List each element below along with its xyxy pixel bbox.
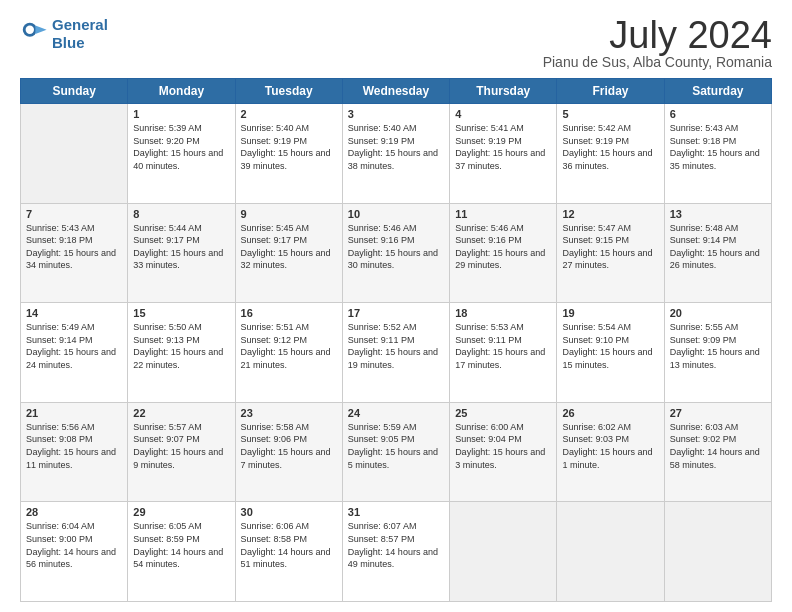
day-number: 14 <box>26 307 122 319</box>
cell-details: Sunrise: 5:46 AMSunset: 9:16 PMDaylight:… <box>348 222 444 272</box>
cell-details: Sunrise: 5:57 AMSunset: 9:07 PMDaylight:… <box>133 421 229 471</box>
day-number: 21 <box>26 407 122 419</box>
cell-details: Sunrise: 5:40 AMSunset: 9:19 PMDaylight:… <box>348 122 444 172</box>
calendar-cell: 25Sunrise: 6:00 AMSunset: 9:04 PMDayligh… <box>450 402 557 502</box>
calendar-cell: 23Sunrise: 5:58 AMSunset: 9:06 PMDayligh… <box>235 402 342 502</box>
day-number: 23 <box>241 407 337 419</box>
calendar-week-4: 21Sunrise: 5:56 AMSunset: 9:08 PMDayligh… <box>21 402 772 502</box>
day-number: 27 <box>670 407 766 419</box>
page: General Blue July 2024 Pianu de Sus, Alb… <box>0 0 792 612</box>
cell-details: Sunrise: 5:49 AMSunset: 9:14 PMDaylight:… <box>26 321 122 371</box>
day-header-saturday: Saturday <box>664 79 771 104</box>
calendar-cell: 30Sunrise: 6:06 AMSunset: 8:58 PMDayligh… <box>235 502 342 602</box>
cell-details: Sunrise: 6:03 AMSunset: 9:02 PMDaylight:… <box>670 421 766 471</box>
day-number: 10 <box>348 208 444 220</box>
day-number: 19 <box>562 307 658 319</box>
day-number: 3 <box>348 108 444 120</box>
day-header-sunday: Sunday <box>21 79 128 104</box>
calendar-cell <box>21 104 128 204</box>
day-number: 30 <box>241 506 337 518</box>
day-number: 20 <box>670 307 766 319</box>
calendar-cell: 7Sunrise: 5:43 AMSunset: 9:18 PMDaylight… <box>21 203 128 303</box>
day-number: 15 <box>133 307 229 319</box>
cell-details: Sunrise: 5:42 AMSunset: 9:19 PMDaylight:… <box>562 122 658 172</box>
cell-details: Sunrise: 5:56 AMSunset: 9:08 PMDaylight:… <box>26 421 122 471</box>
calendar-cell: 12Sunrise: 5:47 AMSunset: 9:15 PMDayligh… <box>557 203 664 303</box>
cell-details: Sunrise: 6:06 AMSunset: 8:58 PMDaylight:… <box>241 520 337 570</box>
day-number: 28 <box>26 506 122 518</box>
day-number: 25 <box>455 407 551 419</box>
calendar-week-2: 7Sunrise: 5:43 AMSunset: 9:18 PMDaylight… <box>21 203 772 303</box>
cell-details: Sunrise: 5:47 AMSunset: 9:15 PMDaylight:… <box>562 222 658 272</box>
day-header-monday: Monday <box>128 79 235 104</box>
calendar-cell: 18Sunrise: 5:53 AMSunset: 9:11 PMDayligh… <box>450 303 557 403</box>
calendar-week-5: 28Sunrise: 6:04 AMSunset: 9:00 PMDayligh… <box>21 502 772 602</box>
cell-details: Sunrise: 5:45 AMSunset: 9:17 PMDaylight:… <box>241 222 337 272</box>
calendar-cell: 24Sunrise: 5:59 AMSunset: 9:05 PMDayligh… <box>342 402 449 502</box>
cell-details: Sunrise: 5:43 AMSunset: 9:18 PMDaylight:… <box>670 122 766 172</box>
cell-details: Sunrise: 5:59 AMSunset: 9:05 PMDaylight:… <box>348 421 444 471</box>
calendar-cell: 16Sunrise: 5:51 AMSunset: 9:12 PMDayligh… <box>235 303 342 403</box>
calendar-cell: 3Sunrise: 5:40 AMSunset: 9:19 PMDaylight… <box>342 104 449 204</box>
logo-text: General Blue <box>52 16 108 52</box>
calendar-cell: 1Sunrise: 5:39 AMSunset: 9:20 PMDaylight… <box>128 104 235 204</box>
calendar-cell: 22Sunrise: 5:57 AMSunset: 9:07 PMDayligh… <box>128 402 235 502</box>
calendar-cell: 13Sunrise: 5:48 AMSunset: 9:14 PMDayligh… <box>664 203 771 303</box>
calendar-cell: 21Sunrise: 5:56 AMSunset: 9:08 PMDayligh… <box>21 402 128 502</box>
day-number: 26 <box>562 407 658 419</box>
calendar-cell: 9Sunrise: 5:45 AMSunset: 9:17 PMDaylight… <box>235 203 342 303</box>
day-number: 22 <box>133 407 229 419</box>
day-number: 13 <box>670 208 766 220</box>
calendar-cell: 20Sunrise: 5:55 AMSunset: 9:09 PMDayligh… <box>664 303 771 403</box>
calendar-cell <box>664 502 771 602</box>
day-number: 2 <box>241 108 337 120</box>
calendar-table: SundayMondayTuesdayWednesdayThursdayFrid… <box>20 78 772 602</box>
calendar-cell: 11Sunrise: 5:46 AMSunset: 9:16 PMDayligh… <box>450 203 557 303</box>
calendar-week-1: 1Sunrise: 5:39 AMSunset: 9:20 PMDaylight… <box>21 104 772 204</box>
cell-details: Sunrise: 6:02 AMSunset: 9:03 PMDaylight:… <box>562 421 658 471</box>
svg-point-1 <box>26 26 34 34</box>
cell-details: Sunrise: 5:43 AMSunset: 9:18 PMDaylight:… <box>26 222 122 272</box>
calendar-cell: 2Sunrise: 5:40 AMSunset: 9:19 PMDaylight… <box>235 104 342 204</box>
day-number: 8 <box>133 208 229 220</box>
calendar-cell: 4Sunrise: 5:41 AMSunset: 9:19 PMDaylight… <box>450 104 557 204</box>
day-header-friday: Friday <box>557 79 664 104</box>
calendar-cell: 5Sunrise: 5:42 AMSunset: 9:19 PMDaylight… <box>557 104 664 204</box>
title-block: July 2024 Pianu de Sus, Alba County, Rom… <box>543 16 772 70</box>
calendar-header-row: SundayMondayTuesdayWednesdayThursdayFrid… <box>21 79 772 104</box>
cell-details: Sunrise: 5:55 AMSunset: 9:09 PMDaylight:… <box>670 321 766 371</box>
day-number: 5 <box>562 108 658 120</box>
calendar-cell <box>557 502 664 602</box>
day-number: 4 <box>455 108 551 120</box>
page-title: July 2024 <box>543 16 772 54</box>
day-number: 18 <box>455 307 551 319</box>
day-number: 24 <box>348 407 444 419</box>
day-header-thursday: Thursday <box>450 79 557 104</box>
calendar-cell: 19Sunrise: 5:54 AMSunset: 9:10 PMDayligh… <box>557 303 664 403</box>
logo-line2: Blue <box>52 34 85 51</box>
cell-details: Sunrise: 5:58 AMSunset: 9:06 PMDaylight:… <box>241 421 337 471</box>
calendar-cell: 28Sunrise: 6:04 AMSunset: 9:00 PMDayligh… <box>21 502 128 602</box>
calendar-week-3: 14Sunrise: 5:49 AMSunset: 9:14 PMDayligh… <box>21 303 772 403</box>
day-header-wednesday: Wednesday <box>342 79 449 104</box>
calendar-cell: 17Sunrise: 5:52 AMSunset: 9:11 PMDayligh… <box>342 303 449 403</box>
cell-details: Sunrise: 6:04 AMSunset: 9:00 PMDaylight:… <box>26 520 122 570</box>
cell-details: Sunrise: 6:00 AMSunset: 9:04 PMDaylight:… <box>455 421 551 471</box>
logo-line1: General <box>52 16 108 33</box>
calendar-cell <box>450 502 557 602</box>
calendar-cell: 14Sunrise: 5:49 AMSunset: 9:14 PMDayligh… <box>21 303 128 403</box>
day-number: 31 <box>348 506 444 518</box>
cell-details: Sunrise: 6:05 AMSunset: 8:59 PMDaylight:… <box>133 520 229 570</box>
cell-details: Sunrise: 5:51 AMSunset: 9:12 PMDaylight:… <box>241 321 337 371</box>
cell-details: Sunrise: 5:46 AMSunset: 9:16 PMDaylight:… <box>455 222 551 272</box>
cell-details: Sunrise: 5:50 AMSunset: 9:13 PMDaylight:… <box>133 321 229 371</box>
day-number: 11 <box>455 208 551 220</box>
page-subtitle: Pianu de Sus, Alba County, Romania <box>543 54 772 70</box>
calendar-cell: 8Sunrise: 5:44 AMSunset: 9:17 PMDaylight… <box>128 203 235 303</box>
cell-details: Sunrise: 5:39 AMSunset: 9:20 PMDaylight:… <box>133 122 229 172</box>
calendar-cell: 31Sunrise: 6:07 AMSunset: 8:57 PMDayligh… <box>342 502 449 602</box>
logo-icon <box>20 20 48 48</box>
cell-details: Sunrise: 5:54 AMSunset: 9:10 PMDaylight:… <box>562 321 658 371</box>
calendar-cell: 15Sunrise: 5:50 AMSunset: 9:13 PMDayligh… <box>128 303 235 403</box>
cell-details: Sunrise: 6:07 AMSunset: 8:57 PMDaylight:… <box>348 520 444 570</box>
